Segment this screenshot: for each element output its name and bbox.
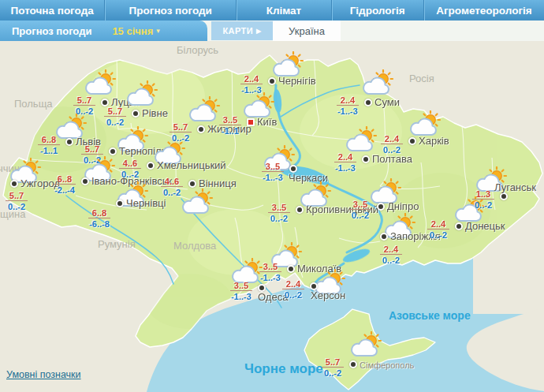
city-label: Суми <box>374 96 400 108</box>
city-label: Харків <box>419 135 449 147</box>
temperature: 2..40..-2 <box>378 134 405 155</box>
temperature: 6..8-2..-4 <box>51 174 78 195</box>
country-label-moldova: Молдова <box>173 240 216 252</box>
sea-label-black: Чорне море <box>244 361 323 377</box>
city-marker <box>109 147 117 155</box>
city-marker <box>455 222 463 230</box>
day-temp: 2..4 <box>381 134 403 144</box>
temperature: 2..40..-2 <box>425 219 452 240</box>
day-temp: 2..4 <box>282 279 304 289</box>
city-marker <box>364 99 372 106</box>
temperature: 3..5-1..1 <box>217 115 244 136</box>
day-temp: 3..5 <box>349 200 371 210</box>
country-label-russia: Росія <box>409 73 434 84</box>
city-marker <box>296 206 304 214</box>
temperature: 3..5-1..-3 <box>259 162 286 182</box>
temperature: 5..70..-2 <box>319 357 346 378</box>
city-label: Чернівці <box>126 197 166 209</box>
chevron-down-icon[interactable]: ▾ <box>156 27 160 35</box>
city-marker <box>362 155 370 163</box>
city-marker <box>10 180 18 188</box>
day-temp: 4..6 <box>119 159 141 169</box>
day-temp: 5..7 <box>322 357 344 368</box>
temperature: 5..70..-2 <box>102 106 129 127</box>
city-label: Рівне <box>142 107 168 119</box>
night-temp: -1..-3 <box>332 163 359 173</box>
sea-label-azov: Азовське море <box>389 309 471 322</box>
sun-cloud-icon <box>345 126 380 153</box>
sun-cloud-icon <box>181 189 216 215</box>
temperature: 6..8-6..-8 <box>86 208 113 229</box>
temperature: 2..4-1..-3 <box>334 95 361 116</box>
night-temp: 0..-2 <box>167 133 194 143</box>
night-temp: -1..-3 <box>238 85 265 95</box>
temperature: 2..4-1..-3 <box>332 152 359 173</box>
city-marker <box>349 360 357 368</box>
city-label: Вінниця <box>199 177 237 189</box>
city-marker <box>408 137 416 145</box>
night-temp: 0..-2 <box>3 202 30 211</box>
day-temp: 3..5 <box>262 162 284 172</box>
night-temp: 0..-2 <box>319 368 346 378</box>
city-label: Київ <box>257 116 277 128</box>
nav-tab-current-weather[interactable]: Поточна погода <box>0 0 104 21</box>
night-temp: 0..-2 <box>425 230 452 240</box>
night-temp: -1..-3 <box>259 173 286 182</box>
temperature: 1..30..-2 <box>470 189 497 210</box>
night-temp: -2..-4 <box>51 185 78 195</box>
temperature: 4..60..-2 <box>158 177 185 197</box>
temperature: 3..50..-2 <box>347 200 374 220</box>
night-temp: 0..-2 <box>158 188 185 197</box>
day-temp: 3..5 <box>230 281 252 291</box>
city-marker <box>197 125 205 133</box>
temperature: 5..70..-2 <box>167 122 194 143</box>
legend-link[interactable]: Умовні позначки <box>6 369 81 380</box>
city-label: Луганськ <box>494 181 536 193</box>
temperature: 2..40..-2 <box>378 245 404 265</box>
city-marker <box>132 110 140 118</box>
sub-nav: Прогноз погоди 15 січня ▾ КАРТИ ▶ Україн… <box>0 21 544 41</box>
night-temp: -1..1 <box>217 126 244 136</box>
city-label: Херсон <box>311 289 345 301</box>
city-label: Чернігів <box>278 75 316 87</box>
sun-cloud-icon <box>272 51 307 78</box>
temperature: 2..4-1..-3 <box>238 74 265 95</box>
day-temp: 5..7 <box>81 144 103 155</box>
city-marker <box>377 203 385 211</box>
day-temp: 1..3 <box>472 189 494 200</box>
night-temp: 0..-2 <box>347 211 374 220</box>
nav-tab-climate[interactable]: Клімат <box>236 0 330 21</box>
nav-tab-agrometeorology[interactable]: Агрометеорологія <box>423 0 544 21</box>
city-label: Донецьк <box>465 220 505 232</box>
night-temp: 0..-2 <box>266 214 292 223</box>
sun-cloud-icon <box>243 92 278 119</box>
night-temp: 0..-2 <box>117 170 143 179</box>
city-marker <box>101 99 109 106</box>
city-label: Полтава <box>372 153 412 165</box>
tab-ukraine[interactable]: Україна <box>273 21 341 41</box>
city-label: Сімферополь <box>360 360 414 370</box>
kyiv-marker <box>247 118 255 126</box>
city-marker <box>65 138 73 146</box>
sun-cloud-icon <box>350 331 385 358</box>
maps-button[interactable]: КАРТИ ▶ <box>211 21 273 40</box>
city-marker <box>287 265 295 273</box>
country-label-belarus: Білорусь <box>177 44 218 56</box>
night-temp: -1..1 <box>35 146 62 155</box>
weather-app: Поточна погода Прогноз погоди Клімат Гід… <box>0 0 544 392</box>
temperature: 4..60..-2 <box>117 159 143 179</box>
day-temp: 5..7 <box>104 106 126 117</box>
day-temp: 5..7 <box>73 95 95 106</box>
city-marker <box>147 162 155 170</box>
day-temp: 3..5 <box>219 115 241 125</box>
sun-cloud-icon <box>126 80 161 107</box>
city-marker <box>380 233 388 241</box>
arrow-right-icon: ▶ <box>256 28 262 35</box>
nav-tab-forecast[interactable]: Прогноз погоди <box>104 0 236 21</box>
temperature: 3..50..-2 <box>266 203 292 223</box>
date-selector[interactable]: 15 січня <box>112 25 153 37</box>
temperature: 2..40..-2 <box>280 279 307 300</box>
nav-tab-hydrology[interactable]: Гідрологія <box>331 0 423 21</box>
sun-cloud-icon <box>409 110 444 137</box>
main-nav: Поточна погода Прогноз погоди Клімат Гід… <box>0 0 544 21</box>
